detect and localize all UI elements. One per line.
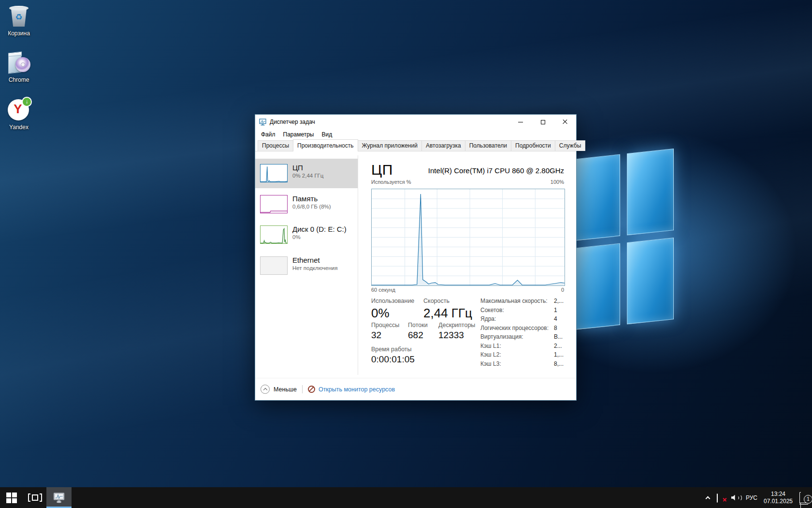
sidebar-item-title: Ethernet	[292, 256, 356, 264]
chevron-up-circle-icon	[261, 385, 270, 394]
volume-button[interactable]	[729, 487, 742, 508]
speed-value: 2,44 ГГц	[423, 306, 472, 321]
tab-services[interactable]: Службы	[555, 140, 585, 151]
footer-divider	[302, 385, 303, 393]
menu-bar: Файл Параметры Вид	[255, 129, 576, 140]
handles-value: 12333	[438, 330, 475, 341]
processor-name: Intel(R) Core(TM) i7 CPU 860 @ 2.80GHz	[428, 166, 564, 175]
chrome-installer-icon	[7, 50, 30, 75]
memory-mini-graph	[260, 195, 288, 213]
network-disconnected-icon	[717, 494, 725, 502]
detail-row: Кэш L1:2...	[480, 343, 577, 349]
detail-row: Максимальная скорость:2,...	[480, 298, 577, 304]
sidebar-item-subtitle: 0,6/8,0 ГБ (8%)	[292, 204, 356, 209]
sidebar-item-memory[interactable]: Память 0,6/8,0 ГБ (8%)	[255, 190, 358, 219]
notification-badge: 1	[804, 495, 812, 504]
task-manager-window: Диспетчер задач Файл Параметры Вид Проце…	[255, 114, 577, 401]
detail-row: Ядра:4	[480, 316, 577, 322]
graph-ylabel: Используется %	[371, 179, 411, 185]
sidebar-item-ethernet[interactable]: Ethernet Нет подключения	[255, 251, 358, 281]
clock-date: 07.01.2025	[764, 498, 793, 505]
taskbar: РУС 13:24 07.01.2025 1	[0, 487, 812, 508]
tab-startup[interactable]: Автозагрузка	[421, 140, 465, 151]
sidebar-item-subtitle: 0% 2,44 ГГц	[292, 173, 356, 179]
speed-label: Скорость	[423, 298, 472, 304]
processes-label: Процессы	[371, 322, 399, 329]
task-view-icon	[28, 493, 42, 502]
cpu-mini-graph	[260, 164, 288, 182]
sidebar-item-cpu[interactable]: ЦП 0% 2,44 ГГц	[255, 159, 358, 188]
ethernet-mini-graph	[260, 256, 288, 275]
sidebar-item-title: ЦП	[292, 164, 356, 172]
tab-strip: Процессы Производительность Журнал прило…	[255, 140, 576, 151]
desktop-icon-yandex[interactable]: Y↓ Yandex	[0, 98, 38, 131]
usage-value: 0%	[371, 306, 414, 321]
cpu-details: Максимальная скорость:2,... Сокетов:1 Яд…	[480, 298, 577, 370]
cpu-panel: ЦП Intel(R) Core(TM) i7 CPU 860 @ 2.80GH…	[359, 155, 576, 378]
clock[interactable]: 13:24 07.01.2025	[761, 487, 796, 508]
taskbar-app-task-manager[interactable]	[46, 487, 72, 508]
sidebar-item-subtitle: Нет подключения	[292, 265, 356, 271]
task-manager-icon	[259, 119, 267, 126]
tab-details[interactable]: Подробности	[511, 140, 555, 151]
menu-options[interactable]: Параметры	[279, 130, 318, 139]
start-button[interactable]	[0, 487, 23, 508]
menu-view[interactable]: Вид	[318, 130, 336, 139]
title-bar[interactable]: Диспетчер задач	[255, 115, 576, 129]
maximize-icon	[541, 120, 545, 124]
tab-processes[interactable]: Процессы	[258, 140, 293, 151]
tab-app-history[interactable]: Журнал приложений	[358, 140, 422, 151]
tab-performance[interactable]: Производительность	[293, 139, 358, 151]
window-footer: Меньше Открыть монитор ресурсов	[255, 378, 576, 400]
graph-ymax: 100%	[551, 179, 564, 185]
speaker-icon	[731, 494, 740, 501]
performance-sidebar: ЦП 0% 2,44 ГГц Память 0,6/8,0 ГБ (8%) Ди…	[255, 155, 358, 375]
action-center-button[interactable]: 1	[796, 487, 812, 508]
cpu-usage-graph	[371, 189, 565, 286]
sidebar-item-subtitle: 0%	[292, 234, 356, 240]
windows-logo	[573, 149, 674, 330]
desktop-icon-recycle-bin[interactable]: ♻ Корзина	[0, 4, 38, 37]
tray-overflow-button[interactable]	[702, 487, 713, 508]
window-title: Диспетчер задач	[270, 119, 315, 125]
disk-mini-graph	[260, 225, 288, 244]
desktop: ♻ Корзина Chrome Y↓ Yandex Диспетч	[0, 0, 812, 508]
sidebar-item-title: Память	[292, 194, 356, 203]
chevron-up-icon	[705, 496, 710, 501]
minimize-button[interactable]	[509, 115, 532, 129]
detail-row: Логических процессоров:8	[480, 325, 577, 331]
uptime-label: Время работы	[371, 346, 415, 353]
resource-monitor-icon	[308, 386, 315, 393]
action-center-icon: 1	[799, 494, 808, 502]
yandex-browser-icon: Y↓	[7, 98, 30, 122]
language-indicator[interactable]: РУС	[743, 487, 760, 508]
fewer-details-button[interactable]: Меньше	[261, 385, 297, 394]
maximize-button[interactable]	[532, 115, 554, 129]
usage-label: Использование	[371, 298, 414, 304]
desktop-icon-label: Yandex	[0, 124, 38, 131]
tab-users[interactable]: Пользователи	[465, 140, 511, 151]
task-view-button[interactable]	[23, 487, 46, 508]
close-button[interactable]	[554, 115, 576, 129]
network-status-button[interactable]	[714, 487, 728, 508]
graph-xlabel-left: 60 секунд	[371, 287, 395, 293]
task-manager-taskbar-icon	[53, 492, 65, 503]
recycle-bin-icon: ♻	[7, 4, 30, 28]
detail-row: Кэш L2:1,...	[480, 352, 577, 358]
uptime-value: 0:00:01:05	[371, 354, 415, 365]
sidebar-item-disk0[interactable]: Диск 0 (D: E: C:) 0%	[255, 220, 358, 250]
threads-value: 682	[408, 330, 428, 341]
windows-logo-pane	[627, 238, 674, 324]
windows-logo-pane	[627, 149, 674, 235]
handles-label: Дескрипторы	[438, 322, 475, 329]
threads-label: Потоки	[408, 322, 428, 329]
detail-row: Виртуализация:В...	[480, 334, 577, 340]
clock-time: 13:24	[771, 491, 785, 498]
sidebar-item-title: Диск 0 (D: E: C:)	[292, 225, 356, 233]
menu-file[interactable]: Файл	[257, 130, 279, 139]
windows-start-icon	[6, 493, 17, 503]
open-resource-monitor-link[interactable]: Открыть монитор ресурсов	[319, 386, 395, 393]
download-arrow-badge: ↓	[22, 97, 32, 107]
desktop-icon-chrome[interactable]: Chrome	[0, 50, 38, 83]
windows-logo-pane	[573, 243, 620, 330]
